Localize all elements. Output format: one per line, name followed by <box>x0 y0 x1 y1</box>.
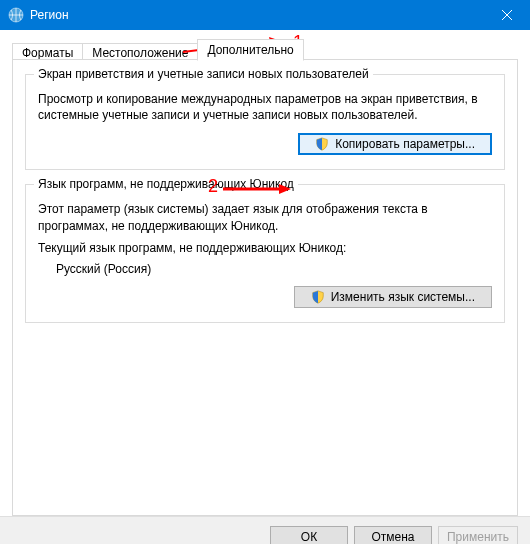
close-icon <box>502 10 512 20</box>
apply-button[interactable]: Применить <box>438 526 518 545</box>
tab-location-label: Местоположение <box>92 46 188 60</box>
group-nonunicode-desc: Этот параметр (язык системы) задает язык… <box>38 201 492 233</box>
tab-page-advanced: Экран приветствия и учетные записи новых… <box>12 60 518 516</box>
tab-strip: Форматы Местоположение Дополнительно <box>12 38 518 60</box>
shield-icon <box>311 290 325 304</box>
group-welcome-desc: Просмотр и копирование международных пар… <box>38 91 492 123</box>
cancel-label: Отмена <box>371 530 414 544</box>
window-title: Регион <box>30 8 484 22</box>
tab-formats-label: Форматы <box>22 46 73 60</box>
apply-label: Применить <box>447 530 509 544</box>
group-welcome-screen: Экран приветствия и учетные записи новых… <box>25 74 505 170</box>
current-language-label: Текущий язык программ, не поддерживающих… <box>38 240 492 256</box>
group-welcome-title: Экран приветствия и учетные записи новых… <box>34 67 373 81</box>
shield-icon <box>315 137 329 151</box>
globe-icon <box>8 7 24 23</box>
change-system-locale-button[interactable]: Изменить язык системы... <box>294 286 492 308</box>
titlebar: Регион <box>0 0 530 30</box>
cancel-button[interactable]: Отмена <box>354 526 432 545</box>
tab-advanced[interactable]: Дополнительно <box>197 39 303 61</box>
close-button[interactable] <box>484 0 530 30</box>
copy-settings-button[interactable]: Копировать параметры... <box>298 133 492 155</box>
group-nonunicode: Язык программ, не поддерживающих Юникод … <box>25 184 505 323</box>
dialog-footer: ОК Отмена Применить <box>0 516 530 544</box>
ok-label: ОК <box>301 530 317 544</box>
current-language-value: Русский (Россия) <box>56 262 492 276</box>
tab-advanced-label: Дополнительно <box>207 43 293 57</box>
copy-settings-label: Копировать параметры... <box>335 137 475 151</box>
change-system-locale-label: Изменить язык системы... <box>331 290 475 304</box>
group-nonunicode-title: Язык программ, не поддерживающих Юникод <box>34 177 298 191</box>
dialog-content: Форматы Местоположение Дополнительно Экр… <box>0 30 530 516</box>
ok-button[interactable]: ОК <box>270 526 348 545</box>
